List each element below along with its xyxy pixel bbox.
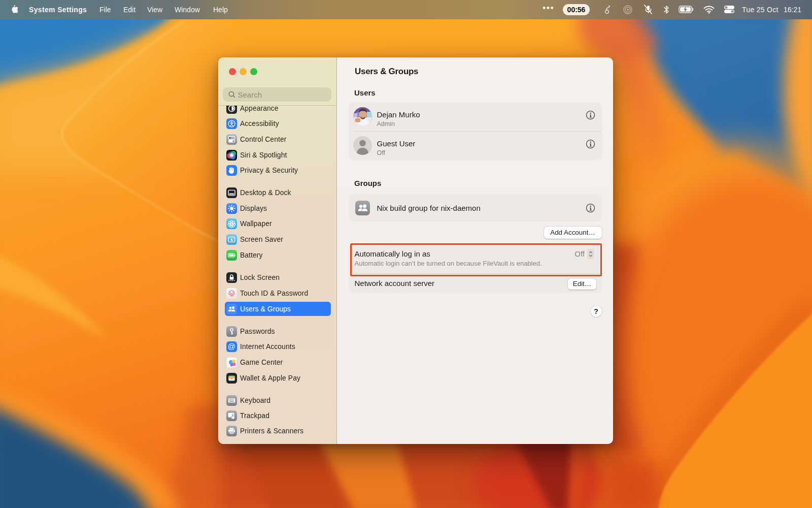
svg-text:@: @	[228, 342, 235, 351]
